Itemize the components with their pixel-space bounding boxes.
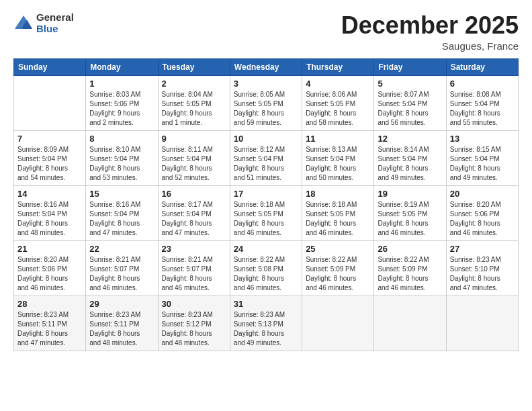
calendar-cell: 5Sunrise: 8:07 AMSunset: 5:04 PMDaylight…	[374, 75, 446, 130]
day-info: Sunrise: 8:21 AMSunset: 5:07 PMDaylight:…	[162, 255, 226, 293]
calendar-week-2: 7Sunrise: 8:09 AMSunset: 5:04 PMDaylight…	[14, 130, 519, 185]
day-info: Sunrise: 8:23 AMSunset: 5:12 PMDaylight:…	[162, 310, 226, 348]
page-container: General Blue December 2025 Saugues, Fran…	[0, 0, 532, 358]
day-info: Sunrise: 8:07 AMSunset: 5:04 PMDaylight:…	[378, 90, 442, 128]
calendar-cell	[446, 295, 518, 351]
calendar-cell: 6Sunrise: 8:08 AMSunset: 5:04 PMDaylight…	[446, 75, 518, 130]
day-number: 10	[234, 134, 298, 144]
day-info: Sunrise: 8:05 AMSunset: 5:05 PMDaylight:…	[234, 90, 298, 128]
calendar-cell: 18Sunrise: 8:18 AMSunset: 5:05 PMDayligh…	[302, 185, 374, 240]
day-info: Sunrise: 8:23 AMSunset: 5:10 PMDaylight:…	[450, 255, 515, 293]
day-info: Sunrise: 8:10 AMSunset: 5:04 PMDaylight:…	[89, 145, 154, 183]
day-info: Sunrise: 8:23 AMSunset: 5:11 PMDaylight:…	[89, 310, 154, 348]
calendar-cell: 21Sunrise: 8:20 AMSunset: 5:06 PMDayligh…	[14, 240, 86, 295]
header: General Blue December 2025 Saugues, Fran…	[13, 12, 519, 52]
day-info: Sunrise: 8:17 AMSunset: 5:04 PMDaylight:…	[162, 200, 226, 238]
day-number: 20	[450, 189, 515, 199]
day-info: Sunrise: 8:13 AMSunset: 5:04 PMDaylight:…	[306, 145, 370, 183]
calendar-cell: 7Sunrise: 8:09 AMSunset: 5:04 PMDaylight…	[14, 130, 86, 185]
day-number: 21	[17, 244, 82, 254]
calendar-cell: 31Sunrise: 8:23 AMSunset: 5:13 PMDayligh…	[230, 295, 302, 351]
calendar-week-5: 28Sunrise: 8:23 AMSunset: 5:11 PMDayligh…	[14, 295, 519, 351]
day-number: 16	[162, 189, 226, 199]
day-info: Sunrise: 8:08 AMSunset: 5:04 PMDaylight:…	[450, 90, 515, 128]
calendar-cell: 24Sunrise: 8:22 AMSunset: 5:08 PMDayligh…	[230, 240, 302, 295]
day-info: Sunrise: 8:03 AMSunset: 5:06 PMDaylight:…	[89, 90, 154, 128]
day-info: Sunrise: 8:12 AMSunset: 5:04 PMDaylight:…	[234, 145, 298, 183]
day-info: Sunrise: 8:18 AMSunset: 5:05 PMDaylight:…	[234, 200, 298, 238]
day-number: 7	[17, 134, 82, 144]
weekday-header-friday: Friday	[374, 58, 446, 75]
calendar-table: SundayMondayTuesdayWednesdayThursdayFrid…	[13, 58, 519, 351]
calendar-week-3: 14Sunrise: 8:16 AMSunset: 5:04 PMDayligh…	[14, 185, 519, 240]
day-info: Sunrise: 8:16 AMSunset: 5:04 PMDaylight:…	[89, 200, 154, 238]
day-number: 18	[306, 189, 370, 199]
day-number: 13	[450, 134, 515, 144]
weekday-header-wednesday: Wednesday	[230, 58, 302, 75]
day-info: Sunrise: 8:23 AMSunset: 5:13 PMDaylight:…	[234, 310, 298, 348]
calendar-cell: 11Sunrise: 8:13 AMSunset: 5:04 PMDayligh…	[302, 130, 374, 185]
day-number: 24	[234, 244, 298, 254]
logo-text: General Blue	[36, 12, 74, 34]
day-info: Sunrise: 8:06 AMSunset: 5:05 PMDaylight:…	[306, 90, 370, 128]
day-number: 15	[89, 189, 154, 199]
weekday-header-thursday: Thursday	[302, 58, 374, 75]
day-info: Sunrise: 8:23 AMSunset: 5:11 PMDaylight:…	[17, 310, 82, 348]
day-info: Sunrise: 8:11 AMSunset: 5:04 PMDaylight:…	[162, 145, 226, 183]
calendar-cell: 25Sunrise: 8:22 AMSunset: 5:09 PMDayligh…	[302, 240, 374, 295]
month-title: December 2025	[341, 12, 519, 39]
calendar-cell	[302, 295, 374, 351]
day-number: 8	[89, 134, 154, 144]
calendar-cell: 13Sunrise: 8:15 AMSunset: 5:04 PMDayligh…	[446, 130, 518, 185]
day-number: 5	[378, 79, 442, 89]
calendar-cell: 27Sunrise: 8:23 AMSunset: 5:10 PMDayligh…	[446, 240, 518, 295]
calendar-cell: 23Sunrise: 8:21 AMSunset: 5:07 PMDayligh…	[158, 240, 230, 295]
day-number: 6	[450, 79, 515, 89]
logo-icon	[13, 14, 34, 33]
calendar-cell: 2Sunrise: 8:04 AMSunset: 5:05 PMDaylight…	[158, 75, 230, 130]
calendar-cell: 10Sunrise: 8:12 AMSunset: 5:04 PMDayligh…	[230, 130, 302, 185]
weekday-header-tuesday: Tuesday	[158, 58, 230, 75]
day-info: Sunrise: 8:22 AMSunset: 5:09 PMDaylight:…	[306, 255, 370, 293]
day-info: Sunrise: 8:22 AMSunset: 5:08 PMDaylight:…	[234, 255, 298, 293]
calendar-cell: 20Sunrise: 8:20 AMSunset: 5:06 PMDayligh…	[446, 185, 518, 240]
day-number: 25	[306, 244, 370, 254]
title-block: December 2025 Saugues, France	[341, 12, 519, 52]
calendar-cell: 22Sunrise: 8:21 AMSunset: 5:07 PMDayligh…	[86, 240, 158, 295]
location: Saugues, France	[341, 40, 519, 52]
day-info: Sunrise: 8:20 AMSunset: 5:06 PMDaylight:…	[450, 200, 515, 238]
day-number: 26	[378, 244, 442, 254]
calendar-cell: 14Sunrise: 8:16 AMSunset: 5:04 PMDayligh…	[14, 185, 86, 240]
day-info: Sunrise: 8:04 AMSunset: 5:05 PMDaylight:…	[162, 90, 226, 128]
calendar-cell: 8Sunrise: 8:10 AMSunset: 5:04 PMDaylight…	[86, 130, 158, 185]
calendar-cell: 28Sunrise: 8:23 AMSunset: 5:11 PMDayligh…	[14, 295, 86, 351]
day-number: 3	[234, 79, 298, 89]
day-info: Sunrise: 8:19 AMSunset: 5:05 PMDaylight:…	[378, 200, 442, 238]
logo-blue-text: Blue	[36, 24, 74, 35]
day-info: Sunrise: 8:21 AMSunset: 5:07 PMDaylight:…	[89, 255, 154, 293]
day-number: 12	[378, 134, 442, 144]
day-number: 17	[234, 189, 298, 199]
day-number: 1	[89, 79, 154, 89]
day-number: 2	[162, 79, 226, 89]
calendar-cell: 12Sunrise: 8:14 AMSunset: 5:04 PMDayligh…	[374, 130, 446, 185]
calendar-cell: 9Sunrise: 8:11 AMSunset: 5:04 PMDaylight…	[158, 130, 230, 185]
calendar-cell: 15Sunrise: 8:16 AMSunset: 5:04 PMDayligh…	[86, 185, 158, 240]
weekday-header-sunday: Sunday	[14, 58, 86, 75]
day-info: Sunrise: 8:09 AMSunset: 5:04 PMDaylight:…	[17, 145, 82, 183]
day-number: 28	[17, 299, 82, 309]
calendar-cell: 3Sunrise: 8:05 AMSunset: 5:05 PMDaylight…	[230, 75, 302, 130]
weekday-header-row: SundayMondayTuesdayWednesdayThursdayFrid…	[14, 58, 519, 75]
day-number: 4	[306, 79, 370, 89]
calendar-cell: 26Sunrise: 8:22 AMSunset: 5:09 PMDayligh…	[374, 240, 446, 295]
day-number: 23	[162, 244, 226, 254]
day-number: 14	[17, 189, 82, 199]
calendar-cell: 16Sunrise: 8:17 AMSunset: 5:04 PMDayligh…	[158, 185, 230, 240]
calendar-cell	[374, 295, 446, 351]
day-info: Sunrise: 8:18 AMSunset: 5:05 PMDaylight:…	[306, 200, 370, 238]
calendar-cell: 29Sunrise: 8:23 AMSunset: 5:11 PMDayligh…	[86, 295, 158, 351]
logo-general-text: General	[36, 12, 74, 24]
day-info: Sunrise: 8:20 AMSunset: 5:06 PMDaylight:…	[17, 255, 82, 293]
calendar-week-1: 1Sunrise: 8:03 AMSunset: 5:06 PMDaylight…	[14, 75, 519, 130]
day-number: 22	[89, 244, 154, 254]
